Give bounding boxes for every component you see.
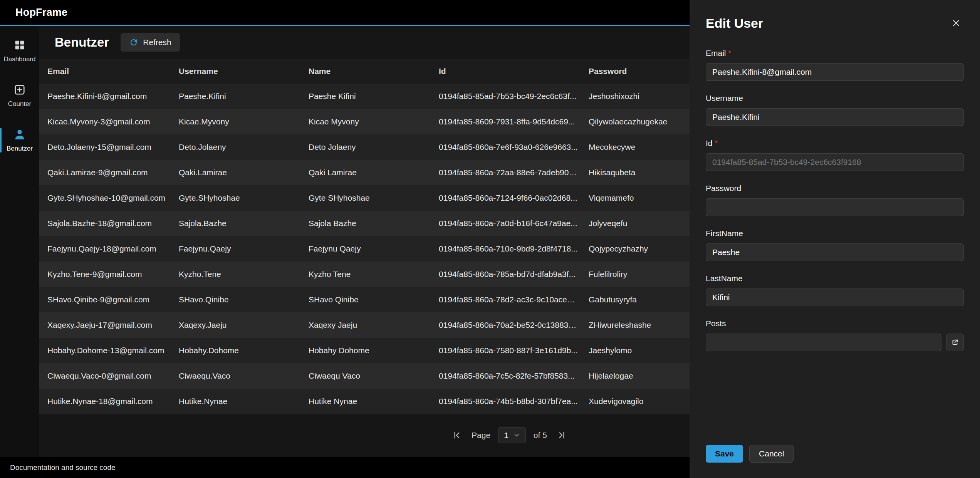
table-row[interactable]: Faejynu.Qaejy-18@gmail.comFaejynu.QaejyF…	[39, 236, 690, 262]
cell-username: Hutike.Nynae	[179, 397, 309, 406]
lastname-field[interactable]	[706, 288, 964, 306]
panel-actions: Save Cancel	[706, 445, 964, 463]
cell-email: Gyte.SHyhoshae-10@gmail.com	[47, 193, 179, 203]
pagination: Page 1 of 5	[450, 427, 569, 443]
field-username: Username	[706, 94, 964, 126]
column-header[interactable]: Password	[589, 67, 683, 76]
cell-username: Qaki.Lamirae	[179, 168, 309, 177]
cell-id: 0194fa85-860a-72aa-88e6-7adeb902...	[439, 168, 589, 177]
table-row[interactable]: Qaki.Lamirae-9@gmail.comQaki.LamiraeQaki…	[39, 160, 690, 185]
password-field[interactable]	[706, 198, 964, 216]
cell-username: Ciwaequ.Vaco	[179, 371, 309, 381]
field-id: Id *	[706, 139, 964, 171]
refresh-label: Refresh	[143, 38, 171, 47]
cell-id: 0194fa85-860a-7c5c-82fe-57bf8583...	[439, 371, 589, 381]
cancel-button[interactable]: Cancel	[749, 445, 794, 463]
cell-name: Faejynu Qaejy	[309, 244, 439, 253]
cell-username: Kicae.Myvony	[179, 117, 309, 126]
open-posts-button[interactable]	[946, 334, 964, 351]
email-label: Email	[706, 49, 726, 58]
email-field[interactable]	[706, 63, 964, 81]
cell-username: Gyte.SHyhoshae	[179, 193, 309, 203]
cell-password: Qilywolaecazhugekae	[589, 117, 683, 126]
cell-name: Hobahy Dohome	[309, 346, 439, 355]
table-row[interactable]: Paeshe.Kifini-8@gmail.comPaeshe.KifiniPa…	[39, 84, 690, 109]
column-header[interactable]: Username	[179, 67, 309, 76]
table-row[interactable]: Hobahy.Dohome-13@gmail.comHobahy.DohomeH…	[39, 338, 690, 363]
cell-name: Kicae Myvony	[309, 117, 439, 126]
cell-id: 0194fa85-860a-710e-9bd9-2d8f4718...	[439, 244, 589, 253]
cell-password: Hijelaelogae	[589, 371, 683, 381]
cell-email: Ciwaequ.Vaco-0@gmail.com	[47, 371, 179, 381]
page-title: Benutzer	[55, 35, 109, 50]
page-select[interactable]: 1	[498, 427, 526, 443]
dashboard-grid-icon	[13, 39, 26, 52]
sidebar: Dashboard Counter Benutzer	[0, 26, 39, 457]
sidebar-item-counter[interactable]: Counter	[0, 80, 39, 111]
close-panel-button[interactable]	[948, 15, 964, 31]
first-page-button[interactable]	[450, 428, 464, 442]
content-area: Benutzer Refresh EmailUsernameNameIdPass…	[39, 26, 690, 457]
main-column: HopFrame Dashboard Counter	[0, 0, 690, 478]
table-row[interactable]: Ciwaequ.Vaco-0@gmail.comCiwaequ.VacoCiwa…	[39, 363, 690, 389]
page-header: Benutzer Refresh	[39, 26, 690, 59]
cell-email: Kicae.Myvony-3@gmail.com	[47, 117, 179, 126]
cell-email: Hobahy.Dohome-13@gmail.com	[47, 346, 179, 355]
cell-email: Deto.Jolaeny-15@gmail.com	[47, 143, 179, 152]
table-row[interactable]: Gyte.SHyhoshae-10@gmail.comGyte.SHyhosha…	[39, 185, 690, 211]
edit-user-panel: Edit User Email * Username Id *	[690, 0, 980, 478]
cell-name: Paeshe Kifini	[309, 92, 439, 101]
cell-email: Faejynu.Qaejy-18@gmail.com	[47, 244, 179, 253]
column-header[interactable]: Name	[309, 67, 439, 76]
cell-username: Hobahy.Dohome	[179, 346, 309, 355]
posts-field[interactable]	[706, 334, 941, 351]
cell-name: Kyzho Tene	[309, 270, 439, 279]
table-row[interactable]: Sajola.Bazhe-18@gmail.comSajola.BazheSaj…	[39, 211, 690, 236]
table-row[interactable]: Xaqexy.Jaeju-17@gmail.comXaqexy.JaejuXaq…	[39, 312, 690, 338]
id-field	[706, 153, 964, 171]
field-firstname: FirstName	[706, 229, 964, 261]
person-icon	[13, 128, 26, 141]
table-row[interactable]: Deto.Jolaeny-15@gmail.comDeto.JolaenyDet…	[39, 134, 690, 160]
chevron-down-icon	[513, 432, 520, 439]
cell-password: Mecokecywe	[589, 143, 683, 152]
cell-email: SHavo.Qinibe-9@gmail.com	[47, 295, 179, 304]
cell-id: 0194fa85-8609-7931-8ffa-9d54dc69...	[439, 117, 589, 126]
table-row[interactable]: SHavo.Qinibe-9@gmail.comSHavo.QinibeSHav…	[39, 287, 690, 312]
cell-password: Hikisaqubeta	[589, 168, 683, 177]
last-page-button[interactable]	[555, 428, 569, 442]
column-header[interactable]: Email	[47, 67, 179, 76]
table-row[interactable]: Kyzho.Tene-9@gmail.comKyzho.TeneKyzho Te…	[39, 262, 690, 287]
cell-name: Xaqexy Jaeju	[309, 320, 439, 330]
documentation-link[interactable]: Documentation and source code	[10, 463, 116, 472]
last-page-icon	[557, 430, 567, 440]
table-row[interactable]: Kicae.Myvony-3@gmail.comKicae.MyvonyKica…	[39, 109, 690, 134]
sidebar-item-benutzer[interactable]: Benutzer	[0, 125, 39, 156]
app-root: HopFrame Dashboard Counter	[0, 0, 980, 478]
lastname-label: LastName	[706, 274, 743, 283]
top-bar: HopFrame	[0, 0, 690, 25]
required-marker: *	[728, 49, 731, 57]
username-field[interactable]	[706, 108, 964, 126]
page-label: Page	[472, 431, 490, 440]
table-row[interactable]: Hutike.Nynae-18@gmail.comHutike.NynaeHut…	[39, 389, 690, 414]
column-header[interactable]: Id	[439, 67, 589, 76]
field-password: Password	[706, 184, 964, 216]
cell-password: Jeshoshixozhi	[589, 92, 683, 101]
cell-name: Ciwaequ Vaco	[309, 371, 439, 381]
cell-password: Jaeshylomo	[589, 346, 683, 355]
cell-email: Xaqexy.Jaeju-17@gmail.com	[47, 320, 179, 330]
save-button[interactable]: Save	[706, 445, 743, 463]
cell-password: Gabutusyryfa	[589, 295, 683, 304]
cell-id: 0194fa85-860a-7124-9f66-0ac02d68...	[439, 193, 589, 203]
app-title: HopFrame	[15, 7, 67, 18]
cell-name: Deto Jolaeny	[309, 143, 439, 152]
footer-bar: Documentation and source code	[0, 457, 690, 478]
sidebar-item-dashboard[interactable]: Dashboard	[0, 35, 39, 66]
cell-name: Sajola Bazhe	[309, 219, 439, 228]
cell-id: 0194fa85-860a-74b5-b8bd-307bf7ea...	[439, 397, 589, 406]
cell-email: Hutike.Nynae-18@gmail.com	[47, 397, 179, 406]
firstname-field[interactable]	[706, 243, 964, 261]
first-page-icon	[452, 430, 462, 440]
refresh-button[interactable]: Refresh	[121, 33, 180, 52]
